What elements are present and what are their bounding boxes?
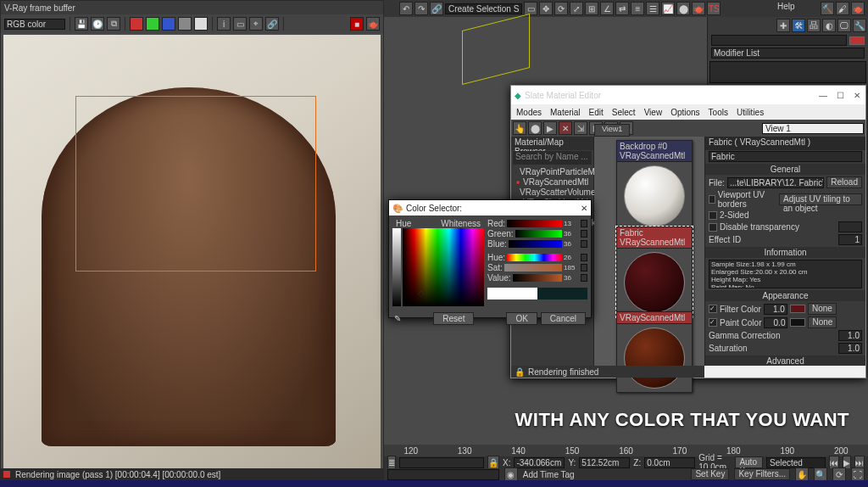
material-editor-icon[interactable]: ⬤: [676, 2, 690, 15]
layer-icon[interactable]: ☰: [646, 2, 659, 15]
value-value[interactable]: 36: [564, 274, 579, 282]
close-icon[interactable]: ✕: [581, 204, 587, 213]
material-node-fabric[interactable]: FabricVRayScannedMtl: [616, 227, 693, 317]
paint-color-swatch[interactable]: [790, 318, 805, 327]
vray-toolbar-icon[interactable]: TS: [707, 2, 721, 15]
motion-panel-icon[interactable]: ◐: [822, 19, 836, 32]
sat-slider[interactable]: [504, 264, 562, 271]
eyedropper-icon[interactable]: ✎: [394, 314, 401, 323]
region-icon[interactable]: ▭: [233, 17, 247, 31]
modify-panel-icon[interactable]: 🛠: [792, 19, 805, 32]
select-icon[interactable]: ▭: [524, 2, 537, 15]
sat-value[interactable]: 185: [564, 264, 579, 271]
section-general[interactable]: General: [705, 164, 865, 175]
stepper-icon[interactable]: [581, 254, 587, 261]
link-icon[interactable]: 🔗: [265, 17, 279, 31]
sme-menu-options[interactable]: Options: [670, 108, 699, 117]
render-setup-icon[interactable]: 🫖: [692, 2, 705, 15]
pick-material-icon[interactable]: 👆: [513, 121, 526, 135]
list-item[interactable]: VRayScannedMtl: [514, 177, 591, 187]
save-icon[interactable]: 💾: [75, 17, 88, 31]
sme-menu-tools[interactable]: Tools: [709, 108, 728, 117]
red-value[interactable]: 13: [564, 220, 579, 227]
value-slider[interactable]: [513, 274, 562, 282]
adjust-uv-button[interactable]: Adjust UV tiling to an object: [779, 193, 862, 205]
green-value[interactable]: 36: [564, 230, 579, 238]
move-icon[interactable]: ✥: [539, 2, 553, 15]
hue-value[interactable]: 26: [564, 254, 579, 261]
teapot-icon[interactable]: 🫖: [851, 2, 865, 15]
sme-view-tab[interactable]: View1: [594, 124, 630, 137]
setkey-button[interactable]: Set Key: [691, 468, 729, 480]
link-icon[interactable]: 🔗: [430, 2, 443, 15]
list-item[interactable]: VRayScatterVolume: [514, 188, 591, 197]
sme-node-view[interactable]: View1 Backdrop #0VRayScannedMtl FabricVR…: [594, 137, 704, 366]
material-node-wood[interactable]: VRayScannedMtl: [616, 311, 693, 393]
history-icon[interactable]: 🕑: [91, 17, 104, 31]
undo-icon[interactable]: ↶: [399, 2, 413, 15]
info-icon[interactable]: i: [217, 17, 231, 31]
browser-search-field[interactable]: Search by Name ...: [513, 151, 592, 165]
sme-menu-view[interactable]: View: [644, 108, 663, 117]
effect-id-spinner[interactable]: 1: [838, 234, 862, 245]
angle-snap-icon[interactable]: ∠: [600, 2, 614, 15]
hammer-icon[interactable]: 🔨: [821, 2, 834, 15]
section-advanced[interactable]: Advanced: [705, 355, 865, 366]
saturation-spinner[interactable]: 1.0: [838, 343, 862, 354]
autokey-button[interactable]: Auto Key: [735, 456, 763, 468]
copy-icon[interactable]: ⧉: [107, 17, 120, 31]
modifier-list-dropdown[interactable]: Modifier List: [711, 48, 865, 59]
vfb-titlebar[interactable]: V-Ray frame buffer: [1, 1, 383, 14]
scale-icon[interactable]: ⤢: [570, 2, 583, 15]
rotate-icon[interactable]: ⟳: [554, 2, 568, 15]
minimize-icon[interactable]: —: [818, 90, 828, 100]
key-mode-dropdown[interactable]: Selected: [766, 457, 826, 468]
lock-selection-icon[interactable]: 🔒: [487, 456, 499, 469]
sme-menu-select[interactable]: Select: [612, 108, 636, 117]
green-channel-icon[interactable]: [146, 17, 159, 31]
disable-transparency-checkbox[interactable]: [709, 223, 717, 232]
file-path-field[interactable]: ...te\LIBRARY\12. Fabric\Fabric_Red_S.vr…: [727, 177, 824, 188]
stepper-icon[interactable]: [581, 230, 587, 238]
object-name-field[interactable]: [711, 35, 847, 46]
paint-color-checkbox[interactable]: [709, 318, 717, 327]
zoom-icon[interactable]: 🔍: [814, 467, 827, 481]
curve-editor-icon[interactable]: 📈: [661, 2, 675, 15]
blue-channel-icon[interactable]: [162, 17, 175, 31]
snap-icon[interactable]: ⊞: [585, 2, 598, 15]
paint-spinner[interactable]: 0.0: [764, 317, 787, 328]
new-color-swatch[interactable]: [537, 288, 587, 299]
blue-slider[interactable]: [509, 240, 562, 248]
reload-button[interactable]: Reload: [826, 176, 862, 188]
filter-spinner[interactable]: 1.0: [764, 304, 787, 315]
menu-help[interactable]: Help: [777, 2, 795, 11]
section-appearance[interactable]: Appearance: [705, 290, 865, 301]
create-panel-icon[interactable]: ✚: [776, 19, 790, 32]
object-color-swatch[interactable]: [849, 36, 865, 45]
close-icon[interactable]: ✕: [852, 90, 862, 100]
selection-set-dropdown[interactable]: Create Selection S: [445, 3, 522, 14]
green-slider[interactable]: [515, 230, 562, 238]
section-information[interactable]: Information: [705, 247, 865, 258]
filter-color-checkbox[interactable]: [709, 305, 717, 313]
blue-value[interactable]: 36: [564, 240, 579, 248]
sme-menu-modes[interactable]: Modes: [516, 108, 542, 117]
key-filters-button[interactable]: Key Filters...: [734, 468, 790, 480]
orbit-icon[interactable]: ⟳: [832, 467, 846, 481]
assign-material-icon[interactable]: ▶: [543, 121, 557, 135]
vfb-stop-icon[interactable]: ■: [350, 17, 364, 31]
vfb-channel-dropdown[interactable]: RGB color: [4, 19, 65, 30]
old-color-swatch[interactable]: [487, 288, 537, 299]
isolate-icon[interactable]: ◉: [504, 467, 518, 481]
ok-button[interactable]: OK: [506, 312, 537, 325]
paint-map-button[interactable]: None: [808, 316, 837, 328]
coord-z-field[interactable]: 0.0cm: [644, 457, 695, 468]
track-mouse-icon[interactable]: ⌖: [249, 17, 263, 31]
stepper-icon[interactable]: [581, 240, 587, 248]
blackness-slider[interactable]: [392, 228, 401, 306]
mirror-icon[interactable]: ⇄: [615, 2, 629, 15]
gamma-spinner[interactable]: 1.0: [838, 330, 862, 341]
stepper-icon[interactable]: [581, 264, 587, 271]
render-output[interactable]: [3, 35, 381, 473]
maximize-viewport-icon[interactable]: ⛶: [851, 467, 865, 481]
